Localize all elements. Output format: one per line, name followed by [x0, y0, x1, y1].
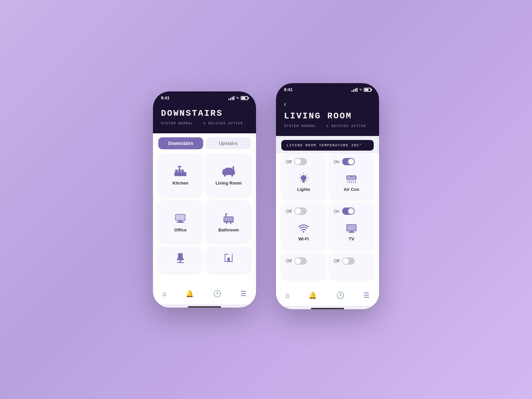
hallway-icon	[223, 252, 234, 264]
nav-menu-1[interactable]: ☰	[240, 290, 246, 298]
svg-point-45	[355, 177, 356, 178]
device-card-5[interactable]: Off	[281, 253, 326, 279]
tab-upstairs[interactable]: Upstairs	[206, 137, 251, 149]
header-meta-2: SYSTEM NORMAL 2 DEVICES ACTIVE	[284, 124, 371, 128]
wifi-toggle[interactable]	[294, 207, 307, 215]
wifi-toggle-row: Off	[286, 207, 321, 215]
home-indicator-1	[188, 306, 221, 308]
device5-toggle[interactable]	[294, 257, 307, 265]
room-card-kitchen[interactable]: Kitchen	[158, 153, 202, 196]
bottom-nav-1: ⌂ 🔔 🕐 ☰	[153, 286, 256, 304]
nav-menu-2[interactable]: ☰	[363, 291, 369, 299]
room-card-hallway-partial[interactable]	[206, 247, 251, 273]
wifi-off-label: Off	[286, 209, 292, 214]
svg-rect-48	[347, 225, 356, 231]
temp-banner: LIVING ROOM TEMPERATURE 20C°	[281, 140, 374, 151]
bathroom-label: Bathroom	[218, 227, 239, 232]
device-card-aircon[interactable]: On Air Con	[329, 153, 374, 200]
wifi-status-icon-2: ∿	[359, 87, 362, 92]
status-icons-1: ∿	[228, 96, 248, 100]
tv-label: TV	[349, 236, 354, 241]
svg-rect-17	[178, 221, 183, 222]
office-icon	[173, 210, 188, 225]
svg-rect-40	[302, 181, 305, 182]
aircon-label: Air Con	[344, 187, 359, 192]
tv-toggle-row: On	[334, 207, 369, 215]
lights-off-label: Off	[286, 159, 292, 164]
devices-active-1: 4 DEVICES ACTIVE	[203, 122, 243, 125]
tab-bar-1: Downstairs Upstairs	[153, 133, 256, 153]
tab-downstairs[interactable]: Downstairs	[158, 137, 203, 149]
devices-active-2: 2 DEVICES ACTIVE	[327, 124, 366, 128]
device-card-wifi[interactable]: Off Wi-Fi	[281, 203, 326, 249]
svg-rect-2	[178, 170, 181, 172]
kitchen-label: Kitchen	[173, 181, 189, 186]
tv-toggle[interactable]	[342, 207, 355, 215]
device-card-6[interactable]: Off	[329, 253, 374, 279]
wifi-status-icon: ∿	[236, 96, 239, 100]
aircon-icon	[345, 172, 358, 185]
room-card-living[interactable]: Living Room	[206, 153, 251, 196]
svg-rect-23	[180, 260, 181, 263]
tv-icon	[345, 222, 358, 234]
nav-home-2[interactable]: ⌂	[286, 292, 290, 299]
svg-point-46	[303, 231, 305, 233]
nav-bell-1[interactable]: 🔔	[186, 290, 194, 298]
lights-toggle[interactable]	[294, 158, 307, 165]
device-card-tv[interactable]: On TV	[329, 203, 374, 249]
room-grid: Kitchen Living Room	[153, 153, 256, 286]
nav-home-1[interactable]: ⌂	[163, 290, 167, 298]
room-card-dining-partial[interactable]	[158, 247, 202, 273]
tv-on-label: On	[334, 209, 339, 214]
phone-2: 9:41 ∿ ‹ LIVING ROOM SYSTEM NORMAL 2 DEV…	[276, 83, 379, 309]
svg-rect-24	[177, 262, 184, 263]
room-card-bathroom[interactable]: Bathroom	[206, 200, 251, 243]
office-label: Office	[174, 227, 187, 232]
status-icons-2: ∿	[351, 87, 371, 92]
svg-rect-43	[347, 176, 356, 180]
dark-header-2: ‹ LIVING ROOM SYSTEM NORMAL 2 DEVICES AC…	[276, 95, 379, 136]
device6-toggle[interactable]	[342, 257, 355, 265]
svg-rect-19	[224, 217, 233, 221]
svg-rect-28	[232, 254, 232, 262]
device5-toggle-row: Off	[286, 257, 321, 265]
dark-header-1: DOWNSTAIRS SYSTEM NORMAL 4 DEVICES ACTIV…	[153, 103, 256, 133]
nav-clock-2[interactable]: 🕐	[336, 291, 344, 299]
room-card-office[interactable]: Office	[158, 200, 202, 243]
living-icon-area: Living Room	[215, 159, 242, 191]
wifi-label: Wi-Fi	[298, 236, 309, 241]
svg-point-31	[301, 175, 306, 181]
aircon-icon-area: Air Con	[334, 169, 369, 195]
aircon-on-label: On	[334, 159, 339, 164]
signal-icon-2	[351, 88, 357, 92]
svg-rect-9	[225, 168, 232, 170]
office-icon-area: Office	[173, 205, 188, 238]
header-meta-1: SYSTEM NORMAL 4 DEVICES ACTIVE	[161, 122, 248, 125]
svg-rect-21	[226, 222, 227, 224]
bottom-nav-2: ⌂ 🔔 🕐 ☰	[276, 288, 379, 306]
svg-rect-10	[224, 175, 226, 177]
svg-point-30	[229, 259, 230, 260]
svg-rect-49	[349, 231, 353, 232]
svg-line-36	[300, 175, 301, 175]
svg-rect-13	[233, 166, 234, 168]
svg-line-38	[307, 175, 307, 175]
battery-icon	[241, 96, 248, 100]
svg-line-39	[300, 181, 301, 182]
header-title-2: LIVING ROOM	[284, 111, 371, 121]
back-button[interactable]: ‹	[284, 100, 286, 108]
lights-icon	[297, 172, 310, 185]
aircon-toggle[interactable]	[342, 158, 355, 165]
bathroom-icon	[221, 210, 236, 225]
lights-label: Lights	[297, 187, 310, 192]
device6-toggle-row: Off	[334, 257, 369, 265]
nav-bell-2[interactable]: 🔔	[309, 291, 317, 299]
status-bar-1: 9:41 ∿	[153, 91, 256, 103]
svg-rect-26	[225, 254, 225, 262]
home-indicator-2	[311, 308, 344, 309]
dining-icon	[175, 252, 186, 264]
lights-toggle-row: Off	[286, 158, 321, 165]
nav-clock-1[interactable]: 🕐	[213, 290, 221, 298]
device-card-lights[interactable]: Off Lights	[281, 153, 326, 200]
svg-rect-18	[177, 222, 184, 223]
